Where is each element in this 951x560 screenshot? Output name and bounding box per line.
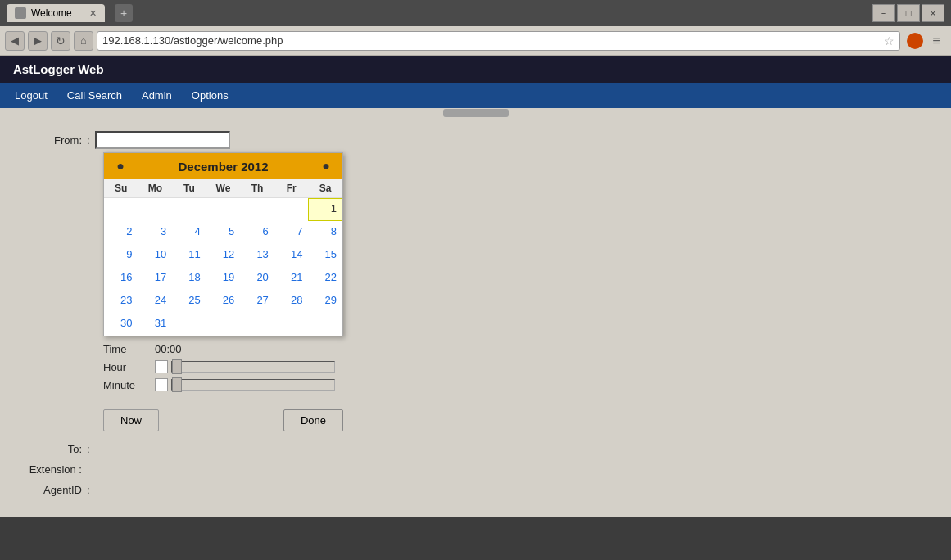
cal-cell-25[interactable]: 25 [172,290,206,313]
hour-slider-box [155,360,168,373]
cal-cell-12[interactable]: 12 [206,244,241,267]
minimize-button[interactable]: − [872,4,895,22]
hour-row: Hour [103,360,343,373]
cal-cell-28[interactable]: 28 [274,290,309,313]
cal-cell-18[interactable]: 18 [172,267,206,290]
agent-label: AgentID [16,484,82,496]
calendar-next-button[interactable]: ● [318,158,334,174]
calendar-header: ● December 2012 ● [104,153,342,179]
from-colon: : [87,134,90,147]
calendar-grid: 1 2 3 4 5 6 7 8 9 10 11 12 13 14 15 [104,198,342,336]
cal-cell-22[interactable]: 22 [308,267,342,290]
cal-cell-empty [172,313,206,336]
cal-cell-20[interactable]: 20 [240,267,274,290]
form-area: From: : ● December 2012 ● Su Mo Tu We Th… [0,118,951,517]
tab-favicon [15,7,26,19]
reload-button[interactable]: ↻ [51,31,70,51]
cal-cell-10[interactable]: 10 [138,244,173,267]
cal-cell-empty [138,198,173,221]
time-section: Time 00:00 Hour Minute [103,336,343,403]
scroll-thumb[interactable] [443,109,509,117]
home-button[interactable]: ⌂ [74,31,93,51]
cal-cell-empty [308,313,342,336]
cal-cell-3[interactable]: 3 [138,221,173,244]
maximize-button[interactable]: □ [897,4,920,22]
cal-cell-8[interactable]: 8 [308,221,342,244]
cal-cell-30[interactable]: 30 [104,313,138,336]
cal-cell-16[interactable]: 16 [104,267,138,290]
cal-cell-31[interactable]: 31 [138,313,173,336]
cal-cell-2[interactable]: 2 [104,221,138,244]
minute-label: Minute [103,379,148,391]
now-button[interactable]: Now [103,409,159,431]
to-colon: : [87,443,90,455]
cal-cell-13[interactable]: 13 [240,244,274,267]
time-label: Time [103,343,148,355]
cal-cell-24[interactable]: 24 [138,290,173,313]
cal-cell-29[interactable]: 29 [308,290,342,313]
app-navigation: Logout Call Search Admin Options [0,83,951,108]
cal-cell-empty [240,198,274,221]
app-header: AstLogger Web [0,56,951,83]
cal-cell-21[interactable]: 21 [274,267,309,290]
cal-cell-14[interactable]: 14 [274,244,309,267]
cal-cell-7[interactable]: 7 [274,221,309,244]
hour-slider-container [155,360,335,373]
time-value: 00:00 [155,343,182,355]
from-label: From: [16,134,82,147]
cal-cell-26[interactable]: 26 [206,290,241,313]
browser-tab[interactable]: Welcome ✕ [7,4,105,22]
extension-label: Extension : [16,463,82,476]
cal-cell-27[interactable]: 27 [240,290,274,313]
minute-slider-container [155,378,335,391]
page-content: AstLogger Web Logout Call Search Admin O… [0,56,951,517]
cal-cell-23[interactable]: 23 [104,290,138,313]
to-row: To: : [16,443,935,455]
extension-row: Extension : [16,463,935,476]
forward-button[interactable]: ▶ [28,31,48,51]
cal-cell-empty [274,198,309,221]
menu-button[interactable]: ≡ [926,31,946,51]
hour-label: Hour [103,361,148,373]
cal-cell-15[interactable]: 15 [308,244,342,267]
nav-admin[interactable]: Admin [134,86,180,105]
navigation-bar: ◀ ▶ ↻ ⌂ 192.168.1.130/astlogger/welcome.… [0,26,951,56]
cal-cell-1[interactable]: 1 [308,198,342,221]
minute-row: Minute [103,378,343,391]
to-label: To: [16,443,82,455]
nav-logout[interactable]: Logout [7,86,56,105]
cal-cell-empty [206,198,241,221]
scroll-area [0,108,951,118]
cal-cell-6[interactable]: 6 [240,221,274,244]
done-button[interactable]: Done [283,409,343,431]
cal-cell-19[interactable]: 19 [206,267,241,290]
day-we: We [206,179,241,197]
address-text: 192.168.1.130/astlogger/welcome.php [102,34,881,47]
tab-close-button[interactable]: ✕ [89,8,97,19]
calendar-widget: ● December 2012 ● Su Mo Tu We Th Fr Sa [103,152,343,336]
cal-cell-17[interactable]: 17 [138,267,173,290]
address-bar[interactable]: 192.168.1.130/astlogger/welcome.php ☆ [97,31,900,51]
cal-cell-11[interactable]: 11 [172,244,206,267]
day-tu: Tu [172,179,206,197]
window-controls: − □ × [872,4,944,22]
time-row: Time 00:00 [103,343,343,355]
day-fr: Fr [274,179,309,197]
bookmark-icon[interactable]: ☆ [884,34,894,47]
hour-slider[interactable] [171,361,335,373]
from-input[interactable] [95,131,230,149]
new-tab-button[interactable]: + [115,4,133,22]
close-button[interactable]: × [922,4,944,22]
from-row: From: : [16,131,935,149]
cal-cell-empty [104,198,138,221]
cal-cell-5[interactable]: 5 [206,221,241,244]
cal-cell-empty [274,313,309,336]
back-button[interactable]: ◀ [5,31,25,51]
app-title: AstLogger Web [13,62,104,76]
nav-call-search[interactable]: Call Search [59,86,130,105]
minute-slider[interactable] [171,379,335,391]
nav-options[interactable]: Options [183,86,237,105]
calendar-prev-button[interactable]: ● [112,158,129,174]
cal-cell-4[interactable]: 4 [172,221,206,244]
cal-cell-9[interactable]: 9 [104,244,138,267]
